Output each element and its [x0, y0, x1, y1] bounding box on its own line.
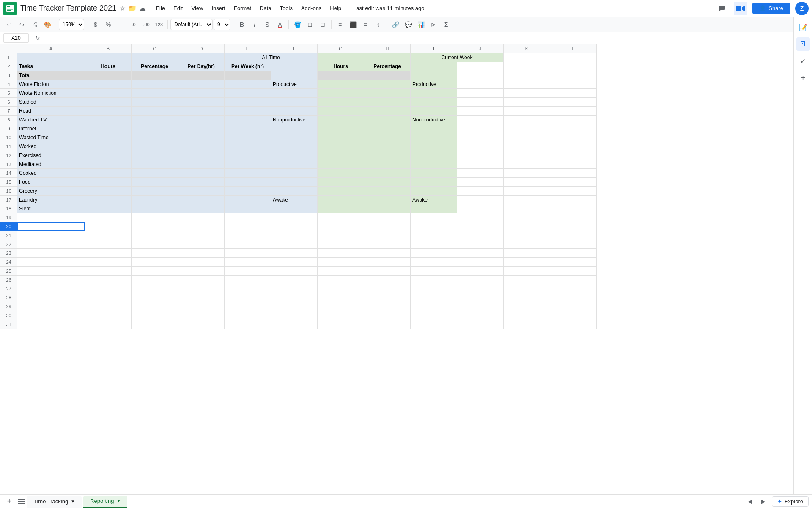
cell-j10[interactable] [457, 133, 504, 142]
cell-a12[interactable]: Exercised [17, 151, 85, 160]
cell-d16[interactable] [178, 187, 225, 196]
cell-g2[interactable]: Hours [318, 62, 364, 71]
cell-a7[interactable]: Read [17, 107, 85, 116]
folder-icon[interactable]: 📁 [128, 4, 137, 12]
font-family-select[interactable]: Default (Ari... [170, 19, 213, 30]
cell-d17[interactable] [178, 196, 225, 204]
comma-button[interactable]: , [115, 19, 127, 30]
cell-b11[interactable] [85, 142, 132, 151]
cell-c18[interactable] [132, 204, 178, 213]
cell-k13[interactable] [504, 160, 550, 169]
cell-c1[interactable] [132, 53, 178, 62]
cell-d11[interactable] [178, 142, 225, 151]
col-header-d[interactable]: D [178, 44, 225, 53]
cell-i4[interactable]: Productive [411, 80, 457, 89]
cell-l7[interactable] [550, 107, 597, 116]
fill-color-button[interactable]: 🪣 [291, 19, 303, 30]
cell-k17[interactable] [504, 196, 550, 204]
cell-i19[interactable] [411, 213, 457, 222]
menu-addons[interactable]: Add-ons [298, 3, 325, 13]
cell-e9[interactable] [225, 124, 271, 133]
cell-c13[interactable] [132, 160, 178, 169]
cell-g9[interactable] [318, 124, 364, 133]
cell-d5[interactable] [178, 89, 225, 98]
font-size-select[interactable]: 9 [214, 19, 230, 30]
col-header-i[interactable]: I [411, 44, 457, 53]
cell-g20[interactable] [318, 222, 364, 231]
cell-h5[interactable] [364, 89, 411, 98]
cell-k7[interactable] [504, 107, 550, 116]
chart-button[interactable]: 📊 [415, 19, 427, 30]
cell-f13[interactable] [271, 160, 318, 169]
cell-a3[interactable]: Total [17, 71, 85, 80]
col-header-k[interactable]: K [504, 44, 550, 53]
cell-d12[interactable] [178, 151, 225, 160]
cell-k9[interactable] [504, 124, 550, 133]
cell-j18[interactable] [457, 204, 504, 213]
italic-button[interactable]: I [249, 19, 261, 30]
zoom-select[interactable]: 150% [59, 19, 84, 30]
strikethrough-button[interactable]: S [261, 19, 273, 30]
cell-e8[interactable] [225, 116, 271, 124]
cell-a13[interactable]: Meditated [17, 160, 85, 169]
cell-e2[interactable]: Per Week (hr) [225, 62, 271, 71]
cell-g14[interactable] [318, 169, 364, 178]
cell-h11[interactable] [364, 142, 411, 151]
cell-a15[interactable]: Food [17, 178, 85, 187]
cell-d7[interactable] [178, 107, 225, 116]
cell-i8[interactable]: Nonproductive [411, 116, 457, 124]
cell-f4[interactable]: Productive [271, 80, 318, 89]
cell-k20[interactable] [504, 222, 550, 231]
cell-c19[interactable] [132, 213, 178, 222]
cell-c5[interactable] [132, 89, 178, 98]
cell-h16[interactable] [364, 187, 411, 196]
menu-edit[interactable]: Edit [170, 3, 186, 13]
cell-k8[interactable] [504, 116, 550, 124]
formula-input[interactable] [43, 33, 809, 43]
scroll-left-button[interactable]: ◀ [745, 497, 755, 507]
cell-c6[interactable] [132, 98, 178, 107]
cell-i11[interactable] [411, 142, 457, 151]
cell-d13[interactable] [178, 160, 225, 169]
col-header-j[interactable]: J [457, 44, 504, 53]
cell-f5[interactable] [271, 89, 318, 98]
cell-e15[interactable] [225, 178, 271, 187]
cell-f9[interactable] [271, 124, 318, 133]
scroll-right-button[interactable]: ▶ [758, 497, 768, 507]
cell-e4[interactable] [225, 80, 271, 89]
cell-e19[interactable] [225, 213, 271, 222]
cell-b8[interactable] [85, 116, 132, 124]
cell-current-week-header[interactable]: Current Week [411, 53, 504, 62]
cell-f8[interactable]: Nonproductive [271, 116, 318, 124]
col-header-h[interactable]: H [364, 44, 411, 53]
cell-h6[interactable] [364, 98, 411, 107]
sidebar-calendar-button[interactable]: 🗓 [796, 37, 810, 51]
cell-l3[interactable] [550, 71, 597, 80]
cell-h3[interactable] [364, 71, 411, 80]
tab-time-tracking[interactable]: Time Tracking ▼ [27, 496, 82, 508]
cell-b6[interactable] [85, 98, 132, 107]
cell-i20[interactable] [411, 222, 457, 231]
cell-b17[interactable] [85, 196, 132, 204]
cell-j13[interactable] [457, 160, 504, 169]
cell-h18[interactable] [364, 204, 411, 213]
cell-i5[interactable] [411, 89, 457, 98]
formula-button[interactable]: Σ [440, 19, 452, 30]
cell-j3[interactable] [457, 71, 504, 80]
paint-format-button[interactable]: 🎨 [41, 19, 53, 30]
cell-i18[interactable] [411, 204, 457, 213]
comments-button[interactable] [715, 2, 729, 15]
cell-i9[interactable] [411, 124, 457, 133]
cell-l14[interactable] [550, 169, 597, 178]
cell-h17[interactable] [364, 196, 411, 204]
cell-e5[interactable] [225, 89, 271, 98]
cell-f11[interactable] [271, 142, 318, 151]
cell-k1[interactable] [504, 53, 550, 62]
sidebar-tasks-button[interactable]: ✓ [796, 54, 810, 68]
cell-d6[interactable] [178, 98, 225, 107]
sheet-scroll[interactable]: A B C D E F G H I J K L 1 [0, 44, 812, 494]
cell-d15[interactable] [178, 178, 225, 187]
cell-k16[interactable] [504, 187, 550, 196]
cell-h15[interactable] [364, 178, 411, 187]
cell-b2[interactable]: Hours [85, 62, 132, 71]
